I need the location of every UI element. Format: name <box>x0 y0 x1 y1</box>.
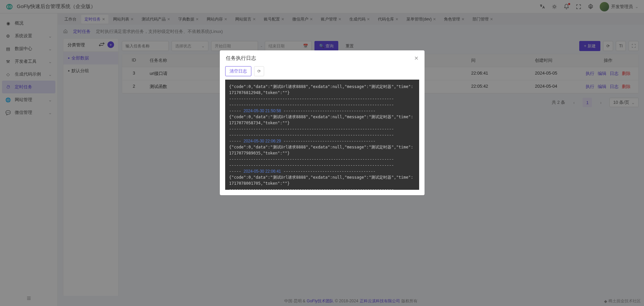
modal-title: 任务执行日志 <box>226 55 256 61</box>
refresh-log-icon[interactable]: ⟳ <box>254 66 264 76</box>
log-modal: 任务执行日志 ✕ 清空日志 ⟳ {"code":0,"data":"测试Url请… <box>220 50 425 195</box>
close-icon[interactable]: ✕ <box>414 55 418 61</box>
clear-log-button[interactable]: 清空日志 <box>225 66 251 76</box>
log-content: {"code":0,"data":"测试Url请求8888","exdata":… <box>225 80 419 190</box>
modal-mask[interactable]: 任务执行日志 ✕ 清空日志 ⟳ {"code":0,"data":"测试Url请… <box>0 0 644 306</box>
